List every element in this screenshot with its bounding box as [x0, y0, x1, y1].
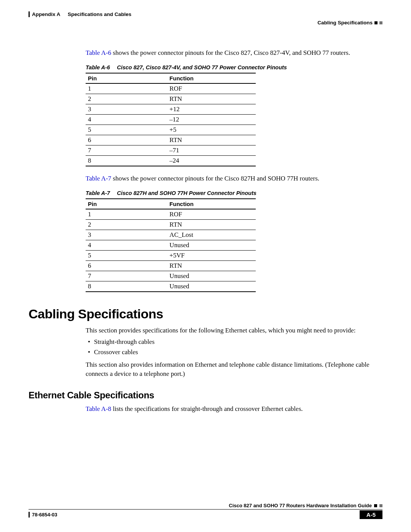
footer-left: 78-6854-03	[29, 512, 57, 518]
table-row: 7–71	[86, 145, 256, 155]
appendix-label: Appendix A	[32, 11, 61, 17]
table-row: 6RTN	[86, 260, 256, 271]
caption-num: Table A-6	[86, 64, 110, 70]
square-icon	[374, 504, 377, 507]
doc-number: 78-6854-03	[32, 512, 57, 518]
table-a8-link[interactable]: Table A-8	[86, 405, 111, 412]
col-pin: Pin	[86, 199, 167, 209]
section-label: Cabling Specifications	[317, 20, 373, 26]
footer-bar-icon	[29, 512, 30, 518]
caption-num: Table A-7	[86, 190, 110, 196]
intro-para-a6: Table A-6 shows the power connector pino…	[86, 48, 379, 58]
square-icon	[374, 21, 378, 24]
appendix-title: Specifications and Cables	[68, 11, 131, 17]
table-header-row: Pin Function	[86, 199, 256, 209]
table-row: 4–12	[86, 114, 256, 125]
intro-para-a6-text: shows the power connector pinouts for th…	[111, 49, 350, 56]
table-row: 1ROF	[86, 83, 256, 94]
footer-top: Cisco 827 and SOHO 77 Routers Hardware I…	[29, 503, 382, 510]
page-header: Appendix A Specifications and Cables Cab…	[29, 11, 382, 26]
table-a7: Pin Function 1ROF 2RTN 3AC_Lost 4Unused …	[86, 198, 256, 292]
table-row: 3AC_Lost	[86, 230, 256, 240]
table-a6-caption: Table A-6Cisco 827, Cisco 827-4V, and SO…	[86, 64, 379, 70]
table-row: 8Unused	[86, 281, 256, 292]
intro-para-a7: Table A-7 shows the power connector pino…	[86, 174, 379, 183]
bullet-list: Straight-through cables Crossover cables	[86, 337, 379, 357]
cabling-para-1: This section provides specifications for…	[86, 326, 379, 335]
col-pin: Pin	[86, 73, 167, 83]
table-row: 3+12	[86, 104, 256, 114]
page-number-badge: A-5	[360, 510, 382, 519]
table-a6-link[interactable]: Table A-6	[86, 49, 111, 56]
table-row: 1ROF	[86, 209, 256, 220]
section-heading-ethernet: Ethernet Cable Specifications	[29, 390, 382, 401]
table-row: 6RTN	[86, 135, 256, 145]
footer-bottom: 78-6854-03 A-5	[29, 510, 382, 519]
table-row: 4Unused	[86, 240, 256, 250]
col-func: Function	[167, 199, 255, 209]
table-header-row: Pin Function	[86, 73, 256, 83]
caption-title: Cisco 827H and SOHO 77H Power Connector …	[117, 190, 256, 196]
square-icon	[379, 504, 382, 507]
header-left: Appendix A Specifications and Cables	[29, 11, 131, 17]
square-icon	[379, 21, 382, 24]
table-row: 5+5	[86, 125, 256, 135]
header-right: Cabling Specifications	[317, 20, 382, 26]
table-row: 7Unused	[86, 271, 256, 281]
list-item: Crossover cables	[86, 347, 379, 357]
list-item: Straight-through cables	[86, 337, 379, 347]
content-area: Table A-6 shows the power connector pino…	[29, 48, 382, 292]
table-a6: Pin Function 1ROF 2RTN 3+12 4–12 5+5 6RT…	[86, 73, 256, 166]
header-bar-icon	[29, 11, 30, 17]
page-footer: Cisco 827 and SOHO 77 Routers Hardware I…	[29, 503, 382, 519]
table-row: 2RTN	[86, 94, 256, 104]
content-area: Table A-8 lists the specifications for s…	[29, 404, 382, 414]
table-row: 2RTN	[86, 219, 256, 230]
table-row: 5+5VF	[86, 250, 256, 260]
table-a7-caption: Table A-7Cisco 827H and SOHO 77H Power C…	[86, 190, 379, 196]
ethernet-para-text: lists the specifications for straight-th…	[111, 405, 303, 412]
section-heading-cabling: Cabling Specifications	[29, 307, 382, 321]
ethernet-para: Table A-8 lists the specifications for s…	[86, 404, 379, 414]
table-a7-link[interactable]: Table A-7	[86, 175, 111, 182]
table-row: 8–24	[86, 155, 256, 166]
cabling-para-2: This section also provides information o…	[86, 360, 379, 379]
col-func: Function	[167, 73, 255, 83]
content-area: This section provides specifications for…	[29, 326, 382, 379]
caption-title: Cisco 827, Cisco 827-4V, and SOHO 77 Pow…	[117, 64, 287, 70]
book-title: Cisco 827 and SOHO 77 Routers Hardware I…	[229, 503, 372, 508]
intro-para-a7-text: shows the power connector pinouts for th…	[111, 175, 319, 182]
